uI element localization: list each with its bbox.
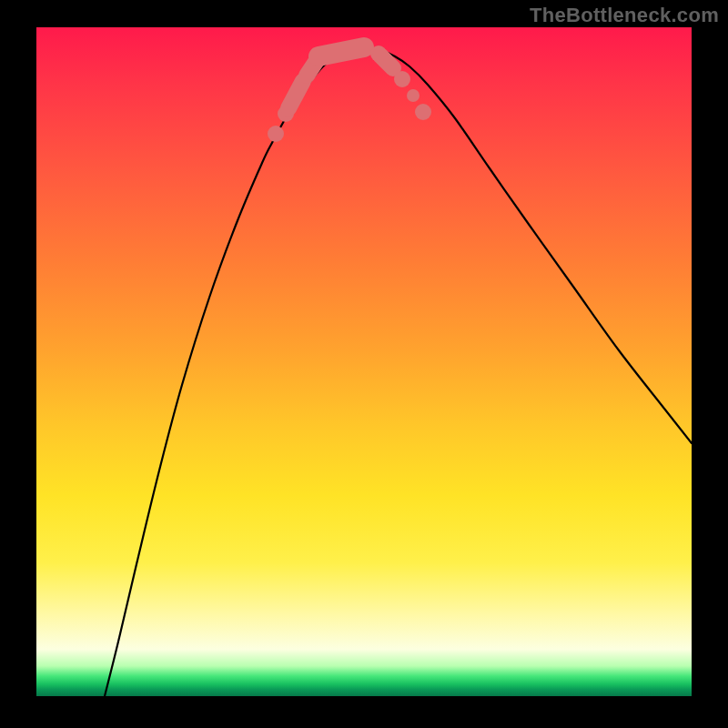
marker-dot <box>407 89 420 102</box>
marker-dot <box>268 126 284 142</box>
marker-dot <box>415 104 431 120</box>
watermark-text: TheBottleneck.com <box>530 4 719 27</box>
marker-pill <box>288 81 303 108</box>
marker-pill <box>380 56 393 68</box>
marker-dot <box>394 71 410 87</box>
marker-layer <box>268 46 431 142</box>
chart-svg <box>36 27 692 696</box>
marker-pill <box>318 47 364 56</box>
bottleneck-curve <box>105 47 692 696</box>
plot-area <box>36 27 692 696</box>
chart-frame: TheBottleneck.com <box>0 0 728 728</box>
